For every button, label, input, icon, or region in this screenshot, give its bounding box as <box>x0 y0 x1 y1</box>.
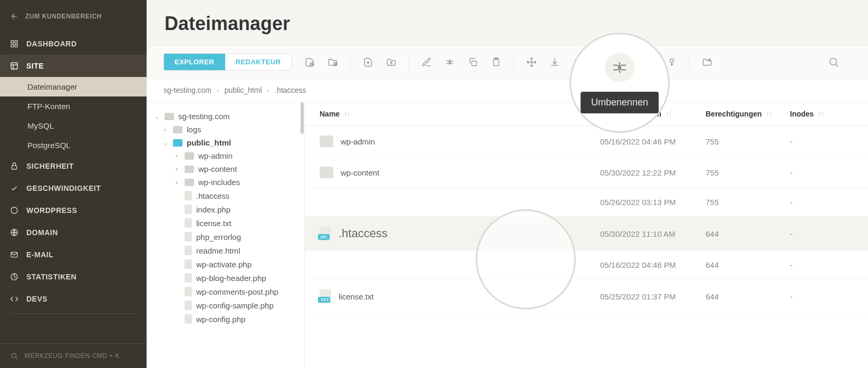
file-icon <box>185 246 192 255</box>
nav-speed[interactable]: GESCHWINDIGKEIT <box>0 177 147 199</box>
sort-icon[interactable]: ↑↓ <box>766 110 773 118</box>
table-row[interactable]: .TXTlicense.txt05/25/2022 01:37 PM644- <box>305 279 868 314</box>
tree-node[interactable]: index.php <box>150 202 301 216</box>
tree-node[interactable]: readme.html <box>150 244 301 257</box>
table-row[interactable]: 05/16/2022 04:46 PM644- <box>305 251 868 279</box>
extract-icon[interactable] <box>631 56 642 68</box>
sort-icon[interactable]: ↑↓ <box>666 110 672 118</box>
nav-devs[interactable]: DEVS <box>0 288 147 310</box>
tree-node[interactable]: license.txt <box>150 216 301 230</box>
table-row[interactable]: wp-content05/30/2022 12:22 PM755- <box>305 157 868 188</box>
copy-icon[interactable] <box>467 56 479 68</box>
download-icon[interactable] <box>549 56 561 68</box>
chevron-icon[interactable]: ⌵ <box>161 139 169 147</box>
cell-perm: 755 <box>706 168 790 177</box>
tree-node[interactable]: wp-activate.php <box>150 257 301 271</box>
cell-perm: 755 <box>706 137 790 146</box>
nav-wordpress[interactable]: WORDPRESS <box>0 199 147 221</box>
clipboard-icon[interactable] <box>490 56 502 68</box>
table-row[interactable]: 05/26/2022 03:13 PM755- <box>305 188 868 217</box>
nav-statistics[interactable]: STATISTIKEN <box>0 266 147 288</box>
col-name-header[interactable]: Name <box>320 110 340 118</box>
sort-icon[interactable]: ↑↓ <box>818 110 824 118</box>
toolbar: EXPLORER REDAKTEUR <box>147 46 868 79</box>
new-file-icon[interactable] <box>304 56 315 68</box>
permissions-icon[interactable] <box>666 56 678 68</box>
tree-node[interactable]: wp-config.php <box>150 312 301 326</box>
table-row[interactable]: .HT...htaccess05/30/2022 11:10 AM644- <box>305 217 868 251</box>
folder-icon <box>185 179 194 186</box>
rename-icon[interactable] <box>444 56 456 68</box>
cell-inodes: - <box>790 168 853 177</box>
chevron-down-icon[interactable]: ⌵ <box>153 113 160 120</box>
editor-tab[interactable]: REDAKTEUR <box>225 54 292 70</box>
col-perm-header[interactable]: Berechtigungen <box>706 110 762 118</box>
nav-email[interactable]: E-MAIL <box>0 244 147 266</box>
archive-icon[interactable] <box>607 56 619 68</box>
explorer-tab[interactable]: EXPLORER <box>164 54 225 70</box>
command-palette-hint[interactable]: WERKZEUG FINDEN CMD + K <box>0 343 147 368</box>
table-row[interactable]: wp-admin05/16/2022 04:46 PM755- <box>305 126 868 157</box>
tree-root[interactable]: ⌵ sg-testing.com <box>150 110 301 123</box>
move-icon[interactable] <box>526 56 537 68</box>
tree-node[interactable]: ⌵public_html <box>150 136 301 149</box>
svg-point-20 <box>670 59 673 62</box>
folder-icon <box>185 166 194 173</box>
grid-icon <box>9 39 19 49</box>
scrollbar[interactable] <box>301 102 304 134</box>
tree-node[interactable]: wp-config-sample.php <box>150 298 301 312</box>
tree-node[interactable]: php_errorlog <box>150 230 301 244</box>
svg-point-21 <box>830 58 837 65</box>
edit-icon[interactable] <box>421 56 432 68</box>
breadcrumb-item[interactable]: sg-testing.com <box>163 86 211 94</box>
folder-icon <box>173 126 182 133</box>
open-in-new-icon[interactable] <box>701 56 713 68</box>
tree-label: readme.html <box>196 246 240 255</box>
tree-node[interactable]: .htaccess <box>150 189 301 202</box>
cell-date: 05/25/2022 01:37 PM <box>600 292 706 301</box>
tree-node[interactable]: ›logs <box>150 123 301 136</box>
file-icon <box>185 314 192 324</box>
file-icon <box>185 287 192 296</box>
col-date-header[interactable]: Änderungsdatum <box>600 110 661 118</box>
chevron-icon[interactable]: › <box>173 166 180 173</box>
sort-icon[interactable]: ↑↓ <box>344 110 350 118</box>
nav-site[interactable]: SITE <box>0 55 147 77</box>
nav-dashboard[interactable]: DASHBOARD <box>0 33 147 55</box>
file-upload-icon[interactable] <box>362 56 374 68</box>
cell-date: 05/30/2022 11:10 AM <box>600 229 706 238</box>
nav-sub-ftp[interactable]: FTP-Konten <box>0 96 147 116</box>
cell-inodes: - <box>790 198 853 207</box>
new-folder-icon[interactable] <box>327 56 339 68</box>
chevron-right-icon: › <box>217 86 219 94</box>
tree-node[interactable]: wp-comments-post.php <box>150 285 301 298</box>
chevron-icon[interactable]: › <box>173 152 180 160</box>
chevron-icon[interactable]: › <box>173 179 180 186</box>
back-to-client-area[interactable]: ZUM KUNDENBEREICH <box>0 0 147 33</box>
tree-node[interactable]: ›wp-content <box>150 162 301 176</box>
nav-security[interactable]: SICHERHEIT <box>0 155 147 177</box>
folder-icon <box>320 167 333 178</box>
chevron-icon[interactable]: › <box>161 126 169 133</box>
tree-label: php_errorlog <box>196 233 241 241</box>
tree-node[interactable]: wp-blog-header.php <box>150 271 301 285</box>
file-table: Name↑↓ Änderungsdatum↑↓ Berechtigungen↑↓… <box>305 102 868 368</box>
nav-domain[interactable]: DOMAIN <box>0 221 147 244</box>
lock-icon <box>9 161 19 171</box>
tree-node[interactable]: ›wp-includes <box>150 176 301 189</box>
breadcrumb-item[interactable]: public_html <box>225 86 262 94</box>
chart-icon <box>9 272 19 282</box>
col-inodes-header[interactable]: Inodes <box>790 110 814 118</box>
svg-rect-4 <box>11 63 17 69</box>
search-toolbar-icon[interactable] <box>828 56 840 68</box>
tree-label: logs <box>187 125 201 134</box>
nav-sub-postgresql[interactable]: PostgreSQL <box>0 135 147 155</box>
folder-upload-icon[interactable] <box>385 56 397 68</box>
svg-point-8 <box>11 207 17 214</box>
nav-sub-mysql[interactable]: MySQL <box>0 116 147 135</box>
content-card: EXPLORER REDAKTEUR <box>147 45 868 368</box>
tree-node[interactable]: ›wp-admin <box>150 149 301 162</box>
nav-sub-filemanager[interactable]: Dateimanager <box>0 77 147 96</box>
delete-icon[interactable] <box>572 56 584 68</box>
breadcrumb-item[interactable]: .htaccess <box>275 86 306 94</box>
